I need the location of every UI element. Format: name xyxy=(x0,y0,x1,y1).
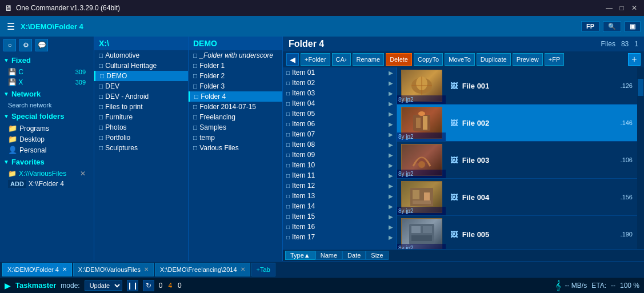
panel-x-item-portfolio[interactable]: □ Portfolio xyxy=(94,133,188,143)
panel-x-item-dev[interactable]: □ DEV xyxy=(94,81,188,91)
panel-demo-item-folder2[interactable]: □ Folder 2 xyxy=(189,71,282,81)
panel-toolbar-button[interactable]: ▣ xyxy=(625,21,641,32)
panel-x-item-sculptures[interactable]: □ Sculptures xyxy=(94,143,188,153)
sidebar-item-personal[interactable]: 👤 Personal xyxy=(0,145,94,155)
tab-close-freelancing[interactable]: ✕ xyxy=(241,266,245,272)
file-item-04[interactable]: □ Item 04 ▶ xyxy=(283,98,397,109)
panel-demo-header[interactable]: DEMO xyxy=(189,37,282,50)
panel-demo-item-samples[interactable]: □ Samples xyxy=(189,122,282,133)
eta-value: -- xyxy=(611,282,615,290)
file-item-05[interactable]: □ Item 05 ▶ xyxy=(283,109,397,119)
panel-x-header[interactable]: X:\ xyxy=(94,37,188,50)
thumb-row-002[interactable]: 8y jp2 🖼 File 002 .146 xyxy=(397,105,637,142)
add-tab-button[interactable]: +Tab xyxy=(251,263,275,276)
tab-variousfiles[interactable]: X:\DEMO\VariousFiles ✕ xyxy=(73,263,154,276)
panel-x-item-cultural[interactable]: □ Cultural Heritage xyxy=(94,61,188,71)
file-panel-scrollbar[interactable] xyxy=(637,67,644,249)
sort-date-button[interactable]: Date xyxy=(342,251,366,260)
add-folder-button[interactable]: +Folder xyxy=(301,53,330,66)
panel-demo-item-folder2014[interactable]: □ Folder 2014-07-15 xyxy=(189,102,282,112)
move-to-button[interactable]: MoveTo xyxy=(445,53,475,66)
special-folders-header[interactable]: ▼ Special folders xyxy=(0,110,94,123)
minimize-button[interactable]: — xyxy=(604,3,614,13)
pause-button[interactable]: ❙❙ xyxy=(127,280,138,291)
file-panel-title: Folder 4 xyxy=(289,39,324,49)
fp-button[interactable]: +FP xyxy=(545,53,564,66)
remove-favorite-button[interactable]: ✕ xyxy=(80,170,86,178)
file-item-15[interactable]: □ Item 15 ▶ xyxy=(283,211,397,222)
panel-demo-item-folder3[interactable]: □ Folder 3 xyxy=(189,81,282,91)
sort-name-button[interactable]: Name xyxy=(315,251,342,260)
sidebar-item-desktop[interactable]: 📁 Desktop xyxy=(0,134,94,145)
thumb-row-005[interactable]: 8y jp2 🖼 File 005 .190 xyxy=(397,216,637,249)
file-item-17[interactable]: □ Item 17 ▶ xyxy=(283,232,397,242)
tab-freelancing2014[interactable]: X:\DEMO\Freelancing\2014 ✕ xyxy=(155,263,250,276)
panel-x-item-files[interactable]: □ Files to print xyxy=(94,102,188,112)
panel-demo-item-folder1[interactable]: □ Folder 1 xyxy=(189,61,282,71)
menu-button[interactable]: ☰ xyxy=(3,20,18,33)
svg-rect-12 xyxy=(413,200,431,204)
network-section-header[interactable]: ▼ Network xyxy=(0,87,94,101)
sidebar-icon-circle[interactable]: ○ xyxy=(3,39,16,51)
rename-button[interactable]: Rename xyxy=(353,53,385,66)
panel-demo-item-underscore[interactable]: □ _Folder with underscore xyxy=(189,50,282,61)
add-panel-button[interactable]: + xyxy=(628,53,641,66)
maximize-button[interactable]: □ xyxy=(617,3,627,13)
panel-demo-item-temp[interactable]: □ temp xyxy=(189,133,282,143)
file-item-08[interactable]: □ Item 08 ▶ xyxy=(283,139,397,150)
sidebar-item-programs[interactable]: 📁 Programs xyxy=(0,123,94,134)
search-toolbar-button[interactable]: 🔍 xyxy=(603,21,621,32)
file-item-03[interactable]: □ Item 03 ▶ xyxy=(283,88,397,98)
tab-close-folder4[interactable]: ✕ xyxy=(62,266,67,272)
tab-close-variousfiles[interactable]: ✕ xyxy=(144,266,149,272)
title-bar: 🖥 One Commander v1.3.29.0 (64bit) — □ ✕ xyxy=(0,0,644,16)
preview-button[interactable]: Preview xyxy=(513,53,543,66)
panel-demo-item-folder4[interactable]: □ Folder 4 xyxy=(189,91,282,102)
ca-button[interactable]: CA› xyxy=(332,53,351,66)
drive-x[interactable]: 💾 X 309 xyxy=(0,77,94,87)
copy-to-button[interactable]: CopyTo xyxy=(414,53,443,66)
tab-folder4[interactable]: X:\DEMO\Folder 4 ✕ xyxy=(2,263,72,276)
sort-type-button[interactable]: Type▲ xyxy=(285,251,315,260)
fixed-section-header[interactable]: ▼ Fixed xyxy=(0,54,94,67)
panel-demo-item-variousfiles[interactable]: □ Various Files xyxy=(189,143,282,153)
sidebar-icon-gear[interactable]: ⚙ xyxy=(19,39,32,51)
close-button[interactable]: ✕ xyxy=(629,3,639,13)
file-item-09[interactable]: □ Item 09 ▶ xyxy=(283,150,397,160)
panel-x-item-furniture[interactable]: □ Furniture xyxy=(94,112,188,122)
file-item-14[interactable]: □ Item 14 ▶ xyxy=(283,201,397,211)
duplicate-button[interactable]: Duplicate xyxy=(477,53,511,66)
scrollbar-thumb[interactable] xyxy=(638,79,643,96)
thumb-row-001[interactable]: 8y jp2 🖼 File 001 .126 xyxy=(397,67,637,105)
thumb-file-size-001: .126 xyxy=(616,67,637,104)
file-item-02[interactable]: □ Item 02 ▶ xyxy=(283,78,397,88)
drive-c[interactable]: 💾 C 309 xyxy=(0,67,94,77)
add-favorite-folder4[interactable]: ADD X:\\Folder 4 xyxy=(0,179,94,189)
file-item-16[interactable]: □ Item 16 ▶ xyxy=(283,222,397,232)
file-item-06[interactable]: □ Item 06 ▶ xyxy=(283,119,397,129)
sort-size-button[interactable]: Size xyxy=(366,251,388,260)
favorite-variousfiles[interactable]: 📁 X:\\VariousFiles ✕ xyxy=(0,168,94,179)
panel-demo-item-freelancing[interactable]: □ Freelancing xyxy=(189,112,282,122)
back-button[interactable]: ◀ xyxy=(286,53,299,66)
sidebar-icon-chat[interactable]: 💬 xyxy=(35,39,48,51)
fp-toolbar-button[interactable]: FP xyxy=(581,21,599,31)
file-item-07[interactable]: □ Item 07 ▶ xyxy=(283,129,397,139)
file-item-13[interactable]: □ Item 13 ▶ xyxy=(283,191,397,201)
file-item-12[interactable]: □ Item 12 ▶ xyxy=(283,180,397,191)
file-item-11[interactable]: □ Item 11 ▶ xyxy=(283,170,397,180)
panel-x-item-automotive[interactable]: □ Automotive xyxy=(94,50,188,61)
search-network-link[interactable]: Search network xyxy=(0,101,94,110)
file-item-icon: □ xyxy=(286,101,290,107)
panel-x-item-demo[interactable]: □ DEMO xyxy=(94,71,188,81)
refresh-button[interactable]: ↻ xyxy=(143,280,154,291)
delete-button[interactable]: Delete xyxy=(386,53,412,66)
thumb-row-004[interactable]: 8y jp2 🖼 File 004 .156 xyxy=(397,179,637,216)
mode-select[interactable]: Update xyxy=(85,280,122,291)
thumb-row-003[interactable]: 8y jp2 🖼 File 003 .106 xyxy=(397,142,637,179)
file-item-01[interactable]: □ Item 01 ▶ xyxy=(283,67,397,78)
file-item-10[interactable]: □ Item 10 ▶ xyxy=(283,160,397,170)
panel-x-item-photos[interactable]: □ Photos xyxy=(94,122,188,133)
favorites-header[interactable]: ▼ Favorites xyxy=(0,155,94,168)
panel-x-item-dev-android[interactable]: □ DEV - Android xyxy=(94,91,188,102)
